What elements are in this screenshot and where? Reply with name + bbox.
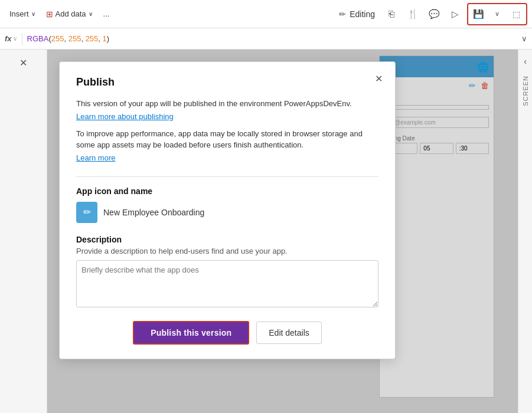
rgba-value-1: 255 (51, 34, 64, 43)
rgba-value-3: 255 (86, 34, 99, 43)
fx-chevron: ∨ (13, 35, 17, 42)
close-icon: ✕ (375, 73, 383, 84)
rgba-value-2: 255 (68, 34, 81, 43)
rgba-comma-3: , (98, 34, 102, 43)
toolbar-right: ✏ Editing ⎗ 🍴 💬 ▷ 💾 ∨ ⬚ (334, 3, 527, 25)
share-button[interactable]: ⎗ (382, 5, 401, 24)
pencil-icon: ✏ (339, 9, 346, 19)
play-button[interactable]: ▷ (446, 5, 465, 24)
app-section-title: App icon and name (76, 186, 378, 196)
app-icon-row: ✏ New Employee Onboarding (76, 202, 378, 223)
description-sublabel: Provide a description to help end-users … (76, 247, 378, 255)
phone-icon: 🍴 (407, 9, 419, 19)
main-toolbar: Insert ∨ ⊞ Add data ∨ ... ✏ Editing ⎗ 🍴 … (0, 0, 532, 28)
rgba-keyword: RGBA (27, 34, 49, 43)
editing-status: ✏ Editing (334, 7, 380, 21)
save-chevron-icon: ∨ (495, 10, 500, 18)
add-data-chevron: ∨ (89, 11, 93, 17)
more-button[interactable]: ... (99, 7, 115, 21)
close-panel-button[interactable]: ✕ (15, 54, 32, 71)
more-label: ... (103, 9, 110, 18)
editing-label-text: Editing (350, 9, 375, 19)
comment-icon: 💬 (429, 9, 440, 19)
fx-button[interactable]: fx ∨ (5, 34, 17, 43)
app-icon: ✏ (76, 202, 97, 223)
toolbar-left: Insert ∨ ⊞ Add data ∨ ... (5, 7, 114, 21)
save-button[interactable]: 💾 (469, 5, 488, 24)
insert-button[interactable]: Insert ∨ (5, 7, 40, 21)
rgba-comma-2: , (81, 34, 85, 43)
formula-input[interactable]: RGBA(255, 255, 255, 1) (27, 34, 517, 43)
share-icon: ⎗ (389, 9, 394, 19)
canvas-area: 🌐 ✏ 🗑 ame pe@example.com arding Date 02 … (47, 50, 518, 413)
dialog-divider (76, 176, 378, 177)
formula-bar: fx ∨ RGBA(255, 255, 255, 1) ∨ (0, 28, 532, 50)
main-area: ✕ 🌐 ✏ 🗑 ame pe@example.com arding Date (0, 50, 532, 413)
formula-chevron[interactable]: ∨ (521, 34, 527, 43)
rgba-paren-close: ) (107, 34, 109, 43)
rgba-value-4: 1 (103, 34, 107, 43)
save-icon: 💾 (473, 9, 484, 19)
formula-expand-icon: ∨ (521, 34, 527, 43)
screen-label: SCREEN (522, 76, 529, 106)
formula-separator (22, 33, 22, 45)
add-data-button[interactable]: ⊞ Add data ∨ (41, 7, 97, 21)
left-panel: ✕ (0, 50, 47, 413)
edit-details-button[interactable]: Edit details (256, 322, 321, 344)
dialog-overlay: ✕ Publish This version of your app will … (47, 50, 518, 413)
dialog-footer: Publish this version Edit details (76, 321, 378, 345)
dialog-close-button[interactable]: ✕ (371, 71, 386, 86)
add-data-label: Add data (56, 9, 86, 18)
learn-more-link[interactable]: Learn more about publishing (76, 112, 174, 121)
insert-label: Insert (9, 9, 29, 18)
publish-button[interactable]: Publish this version (133, 321, 249, 345)
save-group: 💾 ∨ ⬚ (467, 3, 527, 25)
publish-dialog: ✕ Publish This version of your app will … (59, 61, 396, 359)
learn-more-link-2[interactable]: Learn more (76, 153, 115, 162)
right-panel: ‹ SCREEN (518, 50, 532, 413)
app-pencil-icon: ✏ (83, 206, 91, 218)
dialog-intro-text: This version of your app will be publish… (76, 98, 378, 110)
publish-quick-button[interactable]: ⬚ (507, 5, 526, 24)
app-name: New Employee Onboarding (103, 208, 204, 217)
insert-chevron: ∨ (31, 11, 35, 17)
table-icon: ⊞ (46, 9, 53, 19)
publish-icon: ⬚ (513, 9, 520, 19)
description-textarea[interactable] (76, 260, 378, 307)
comment-button[interactable]: 💬 (425, 5, 443, 24)
save-chevron-button[interactable]: ∨ (488, 5, 507, 24)
description-title: Description (76, 235, 378, 244)
play-icon: ▷ (452, 9, 459, 19)
dialog-title: Publish (76, 76, 378, 88)
phone-button[interactable]: 🍴 (403, 5, 422, 24)
rgba-comma-1: , (64, 34, 68, 43)
dialog-perf-text: To improve app performance, app data may… (76, 128, 378, 151)
right-chevron-icon[interactable]: ‹ (521, 54, 529, 68)
fx-label: fx (5, 34, 12, 43)
